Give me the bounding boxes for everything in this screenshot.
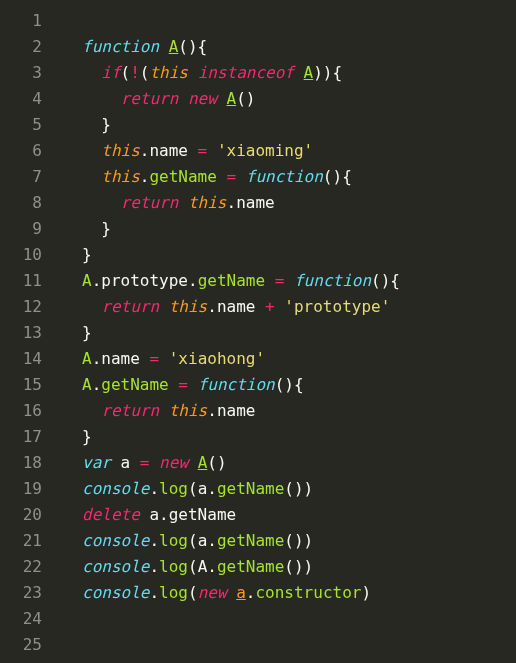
- token-fn-u: A: [169, 37, 179, 56]
- token-decl: function: [294, 271, 371, 290]
- code-line[interactable]: A.getName = function(){: [52, 372, 516, 398]
- token-fn: getName: [217, 479, 284, 498]
- code-line[interactable]: delete a.getName: [52, 502, 516, 528]
- token-obj: console: [82, 531, 149, 550]
- code-line[interactable]: }: [52, 320, 516, 346]
- token-kw: new: [198, 583, 227, 602]
- token-fn: log: [159, 583, 188, 602]
- code-line[interactable]: console.log(new a.constructor): [52, 580, 516, 606]
- token-pun: [265, 271, 275, 290]
- token-obj: console: [82, 557, 149, 576]
- token-this: this: [169, 297, 208, 316]
- code-line[interactable]: }: [52, 112, 516, 138]
- token-fn: getName: [217, 531, 284, 550]
- token-pun: (: [121, 63, 131, 82]
- token-pun: [188, 453, 198, 472]
- token-pun: (){: [371, 271, 400, 290]
- line-number: 8: [0, 190, 42, 216]
- token-fn: log: [159, 479, 188, 498]
- token-pun: [82, 167, 101, 186]
- line-number: 17: [0, 424, 42, 450]
- code-line[interactable]: this.getName = function(){: [52, 164, 516, 190]
- token-pun: [149, 453, 159, 472]
- code-line[interactable]: A.prototype.getName = function(){: [52, 268, 516, 294]
- code-line[interactable]: return this.name: [52, 398, 516, 424]
- token-kw: return: [101, 297, 159, 316]
- token-pun: [159, 37, 169, 56]
- token-decl: function: [198, 375, 275, 394]
- token-pun: [82, 401, 101, 420]
- token-pun: [159, 401, 169, 420]
- token-id: a: [198, 531, 208, 550]
- code-line[interactable]: console.log(A.getName()): [52, 554, 516, 580]
- code-line[interactable]: this.name = 'xiaoming': [52, 138, 516, 164]
- code-line[interactable]: return this.name + 'prototype': [52, 294, 516, 320]
- token-op: =: [198, 141, 208, 160]
- line-number: 22: [0, 554, 42, 580]
- token-fn: getName: [101, 375, 168, 394]
- token-this: this: [101, 141, 140, 160]
- token-pun: .: [149, 479, 159, 498]
- token-pun: (){: [323, 167, 352, 186]
- token-pun: }: [82, 427, 92, 446]
- code-line[interactable]: function A(){: [52, 34, 516, 60]
- token-pun: [82, 141, 101, 160]
- token-decl: function: [246, 167, 323, 186]
- token-kw: if: [101, 63, 120, 82]
- line-number: 11: [0, 268, 42, 294]
- token-pun: [178, 89, 188, 108]
- token-pun: [188, 63, 198, 82]
- code-line[interactable]: console.log(a.getName()): [52, 528, 516, 554]
- code-editor: 1234567891011121314151617181920212223242…: [0, 0, 516, 663]
- code-line[interactable]: [52, 632, 516, 658]
- token-this: this: [149, 63, 188, 82]
- token-pun: .: [92, 349, 102, 368]
- code-line[interactable]: [52, 8, 516, 34]
- token-this: this: [101, 167, 140, 186]
- line-number: 14: [0, 346, 42, 372]
- code-line[interactable]: return this.name: [52, 190, 516, 216]
- token-fn: log: [159, 531, 188, 550]
- code-line[interactable]: }: [52, 216, 516, 242]
- code-line[interactable]: if(!(this instanceof A)){: [52, 60, 516, 86]
- token-obj: console: [82, 479, 149, 498]
- token-id: a: [198, 479, 208, 498]
- token-inst: a: [236, 583, 246, 602]
- token-id: name: [217, 401, 256, 420]
- token-pun: .: [207, 557, 217, 576]
- token-fn-u: A: [227, 89, 237, 108]
- token-pun: .: [227, 193, 237, 212]
- token-pun: ()): [284, 479, 313, 498]
- token-kw: new: [188, 89, 217, 108]
- token-pun: .: [207, 401, 217, 420]
- token-str: 'xiaohong': [169, 349, 265, 368]
- token-pun: [178, 193, 188, 212]
- line-number: 21: [0, 528, 42, 554]
- token-pun: }: [82, 323, 92, 342]
- token-pun: (: [188, 557, 198, 576]
- token-pun: [275, 297, 285, 316]
- code-line[interactable]: }: [52, 424, 516, 450]
- token-fn: A: [82, 271, 92, 290]
- code-line[interactable]: var a = new A(): [52, 450, 516, 476]
- code-line[interactable]: A.name = 'xiaohong': [52, 346, 516, 372]
- line-number: 19: [0, 476, 42, 502]
- code-area[interactable]: function A(){ if(!(this instanceof A)){ …: [52, 0, 516, 663]
- token-pun: [188, 141, 198, 160]
- token-op: +: [265, 297, 275, 316]
- code-line[interactable]: return new A(): [52, 86, 516, 112]
- token-id: name: [217, 297, 256, 316]
- token-fn: getName: [149, 167, 216, 186]
- code-line[interactable]: }: [52, 242, 516, 268]
- line-number: 25: [0, 632, 42, 658]
- code-line[interactable]: console.log(a.getName()): [52, 476, 516, 502]
- token-fn: A: [82, 375, 92, 394]
- line-number: 10: [0, 242, 42, 268]
- token-pun: [207, 141, 217, 160]
- line-number-gutter: 1234567891011121314151617181920212223242…: [0, 0, 52, 663]
- token-pun: (){: [178, 37, 207, 56]
- token-pun: [284, 271, 294, 290]
- token-pun: }: [82, 115, 111, 134]
- token-pun: [82, 193, 121, 212]
- code-line[interactable]: [52, 606, 516, 632]
